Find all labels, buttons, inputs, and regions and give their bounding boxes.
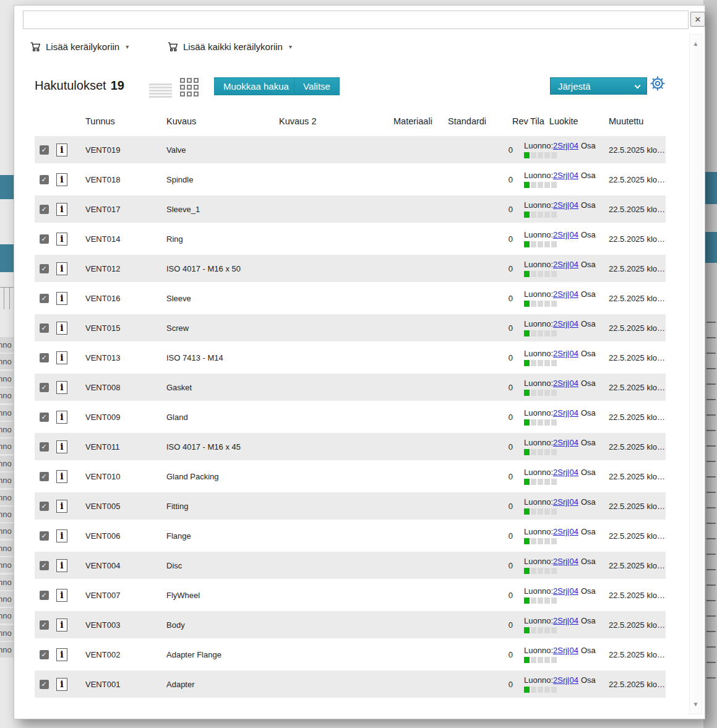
- checkmark-icon: ✓: [41, 473, 46, 480]
- col-header-kuvaus[interactable]: Kuvaus: [163, 116, 274, 126]
- scroll-up-icon[interactable]: ▲: [690, 40, 702, 48]
- info-icon[interactable]: i: [56, 322, 67, 335]
- info-icon[interactable]: i: [56, 351, 67, 364]
- row-checkbox[interactable]: ✓: [40, 175, 49, 184]
- row-kuvaus: Screw: [163, 323, 274, 333]
- row-checkbox[interactable]: ✓: [40, 650, 49, 659]
- edit-search-button[interactable]: Muokkaa hakua: [214, 77, 298, 95]
- state-label: Luonno:: [524, 349, 553, 358]
- scroll-down-icon[interactable]: ▼: [690, 700, 702, 709]
- row-checkbox[interactable]: ✓: [40, 264, 49, 273]
- row-checkbox[interactable]: ✓: [40, 531, 49, 541]
- info-icon[interactable]: i: [56, 589, 67, 602]
- col-header-standardi[interactable]: Standardi: [444, 116, 496, 126]
- state-revision-link[interactable]: 2Srj|04: [553, 646, 578, 655]
- info-icon[interactable]: i: [56, 440, 67, 453]
- row-muutettu: 22.5.2025 klo…: [607, 620, 666, 630]
- col-header-rev[interactable]: Rev: [496, 116, 513, 126]
- state-revision-link[interactable]: 2Srj|04: [553, 586, 578, 596]
- info-icon[interactable]: i: [56, 619, 67, 632]
- lifecycle-progress-bar: [524, 508, 607, 515]
- checkmark-icon: ✓: [41, 651, 46, 658]
- settings-gear-icon[interactable]: [650, 75, 666, 92]
- table-row: ✓ i VENT017 Sleeve_1 0 Luonno:2Srj|04Osa…: [35, 195, 666, 223]
- row-kuvaus: ISO 4017 - M16 x 45: [163, 442, 274, 452]
- col-header-luokite[interactable]: Luokite: [549, 116, 578, 126]
- state-label: Luonno:: [524, 260, 553, 269]
- lifecycle-progress-bar: [524, 419, 607, 426]
- row-muutettu: 22.5.2025 klo…: [607, 145, 666, 155]
- lifecycle-progress-bar: [524, 360, 607, 366]
- lifecycle-progress-bar: [524, 182, 607, 188]
- list-view-icon[interactable]: [149, 84, 172, 99]
- row-tila: Luonno:2Srj|04Osa: [513, 319, 607, 336]
- row-checkbox[interactable]: ✓: [40, 383, 49, 392]
- row-checkbox[interactable]: ✓: [40, 145, 49, 155]
- state-revision-link[interactable]: 2Srj|04: [553, 289, 578, 299]
- state-revision-link[interactable]: 2Srj|04: [553, 349, 578, 358]
- vertical-scrollbar[interactable]: ▲ ▼: [689, 34, 702, 714]
- row-checkbox[interactable]: ✓: [40, 205, 49, 214]
- state-revision-link[interactable]: 2Srj|04: [553, 171, 578, 180]
- info-icon[interactable]: i: [56, 233, 67, 246]
- col-header-tila[interactable]: Tila: [530, 116, 544, 126]
- row-checkbox[interactable]: ✓: [40, 680, 49, 689]
- add-to-basket-dropdown[interactable]: Lisää keräilykoriin ▾: [30, 41, 129, 52]
- row-checkbox[interactable]: ✓: [40, 620, 49, 630]
- grid-view-icon[interactable]: [180, 78, 199, 96]
- row-checkbox[interactable]: ✓: [40, 591, 49, 600]
- state-revision-link[interactable]: 2Srj|04: [553, 675, 578, 685]
- row-checkbox[interactable]: ✓: [40, 294, 49, 303]
- info-icon[interactable]: i: [56, 678, 67, 691]
- state-label: Luonno:: [524, 200, 553, 210]
- row-checkbox[interactable]: ✓: [40, 323, 49, 333]
- state-revision-link[interactable]: 2Srj|04: [553, 379, 578, 388]
- state-revision-link[interactable]: 2Srj|04: [553, 468, 578, 477]
- info-icon[interactable]: i: [56, 648, 67, 661]
- info-icon[interactable]: i: [56, 262, 67, 275]
- state-revision-link[interactable]: 2Srj|04: [553, 141, 578, 150]
- row-checkbox[interactable]: ✓: [40, 561, 49, 570]
- row-checkbox[interactable]: ✓: [40, 353, 49, 362]
- row-checkbox[interactable]: ✓: [40, 413, 49, 422]
- sort-select[interactable]: Järjestä: [550, 77, 647, 95]
- col-header-tunnus[interactable]: Tunnus: [82, 116, 163, 126]
- state-revision-link[interactable]: 2Srj|04: [553, 557, 578, 566]
- state-revision-link[interactable]: 2Srj|04: [553, 200, 578, 210]
- col-header-kuvaus2[interactable]: Kuvaus 2: [274, 116, 392, 126]
- search-input[interactable]: [23, 11, 689, 29]
- info-icon[interactable]: i: [56, 500, 67, 513]
- info-icon[interactable]: i: [56, 411, 67, 424]
- col-header-materiaali[interactable]: Materiaali: [392, 116, 444, 126]
- info-icon[interactable]: i: [56, 203, 67, 216]
- state-label: Luonno:: [524, 646, 553, 655]
- state-revision-link[interactable]: 2Srj|04: [553, 527, 578, 536]
- state-revision-link[interactable]: 2Srj|04: [553, 230, 578, 239]
- info-icon[interactable]: i: [56, 559, 67, 572]
- info-icon[interactable]: i: [56, 529, 67, 542]
- info-icon[interactable]: i: [56, 173, 67, 186]
- col-header-muutettu[interactable]: Muutettu: [607, 116, 666, 126]
- info-icon[interactable]: i: [56, 292, 67, 305]
- row-checkbox[interactable]: ✓: [40, 472, 49, 481]
- row-tunnus: VENT016: [82, 294, 163, 303]
- close-icon[interactable]: ✕: [690, 12, 705, 27]
- row-checkbox[interactable]: ✓: [40, 234, 49, 244]
- state-revision-link[interactable]: 2Srj|04: [553, 438, 578, 447]
- row-muutettu: 22.5.2025 klo…: [607, 205, 666, 214]
- row-kuvaus: Valve: [163, 145, 274, 155]
- add-all-to-basket-dropdown[interactable]: Lisää kaikki keräilykoriin ▾: [168, 41, 292, 52]
- state-revision-link[interactable]: 2Srj|04: [553, 260, 578, 269]
- state-revision-link[interactable]: 2Srj|04: [553, 497, 578, 507]
- row-checkbox[interactable]: ✓: [40, 502, 49, 511]
- row-checkbox[interactable]: ✓: [40, 442, 49, 452]
- info-icon[interactable]: i: [56, 381, 67, 394]
- select-button[interactable]: Valitse: [294, 77, 340, 95]
- state-revision-link[interactable]: 2Srj|04: [553, 408, 578, 418]
- results-count: 19: [111, 79, 124, 92]
- row-muutettu: 22.5.2025 klo…: [607, 175, 666, 184]
- state-revision-link[interactable]: 2Srj|04: [553, 616, 578, 625]
- info-icon[interactable]: i: [56, 470, 67, 483]
- info-icon[interactable]: i: [56, 143, 67, 156]
- state-revision-link[interactable]: 2Srj|04: [553, 319, 578, 328]
